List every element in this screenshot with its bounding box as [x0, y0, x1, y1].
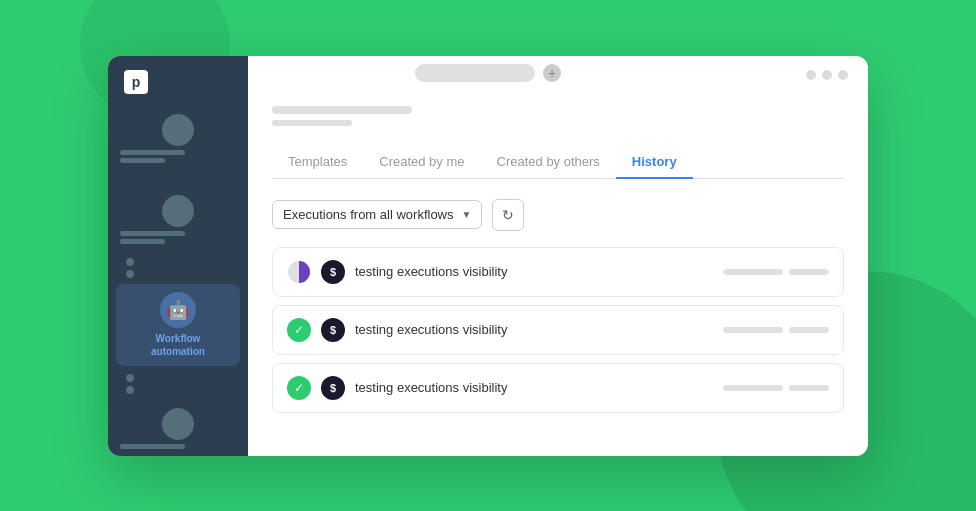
sidebar-logo: p	[124, 70, 148, 94]
sidebar-dots-row-4	[108, 384, 248, 396]
skeleton-title	[272, 106, 412, 114]
refresh-button[interactable]: ↻	[492, 199, 524, 231]
sidebar-avatar-3	[162, 408, 194, 440]
execution-name-2: testing executions visibility	[355, 322, 713, 337]
skeleton-subtitle	[272, 120, 352, 126]
filter-row: Executions from all workflows ▼ ↻	[272, 199, 844, 231]
sidebar-dots-row-2	[108, 268, 248, 280]
sidebar-nav-dot-1	[126, 258, 134, 266]
sidebar-dots-row	[108, 252, 248, 268]
dropdown-label: Executions from all workflows	[283, 207, 454, 222]
sidebar-item-label: Workflowautomation	[151, 332, 205, 358]
robot-icon: 🤖	[160, 292, 196, 328]
execution-list: $ testing executions visibility ✓ $ test…	[272, 247, 844, 413]
tab-pill	[415, 64, 535, 82]
dollar-icon-2: $	[321, 318, 345, 342]
sidebar: p 🤖 Workf	[108, 56, 248, 456]
sidebar-avatar-1	[162, 114, 194, 146]
refresh-icon: ↻	[502, 207, 514, 223]
sidebar-nav-dot-2	[126, 270, 134, 278]
meta-line-sm-2	[789, 327, 829, 333]
dollar-icon-1: $	[321, 260, 345, 284]
sidebar-section-1	[108, 106, 248, 171]
execution-name-1: testing executions visibility	[355, 264, 713, 279]
sidebar-dots-row-3	[108, 370, 248, 384]
dollar-icon-3: $	[321, 376, 345, 400]
sidebar-skeleton-line-4	[120, 239, 165, 244]
window-dot-3	[838, 70, 848, 80]
status-success-icon-1: ✓	[287, 318, 311, 342]
sidebar-section-2	[108, 187, 248, 252]
window-dot-2	[822, 70, 832, 80]
tab-history[interactable]: History	[616, 146, 693, 179]
status-success-icon-2: ✓	[287, 376, 311, 400]
window-controls	[806, 70, 848, 80]
dropdown-arrow-icon: ▼	[462, 209, 472, 220]
sidebar-section-3	[108, 400, 248, 456]
sidebar-skeleton-line-1	[120, 150, 185, 155]
execution-name-3: testing executions visibility	[355, 380, 713, 395]
app-window: + p	[108, 56, 868, 456]
sidebar-skeleton-line-3	[120, 231, 185, 236]
sidebar-skeleton-line-5	[120, 444, 185, 449]
tab-created-by-me[interactable]: Created by me	[363, 146, 480, 179]
sidebar-nav-dot-3	[126, 374, 134, 382]
sidebar-nav-dot-4	[126, 386, 134, 394]
meta-line-sm-3	[789, 385, 829, 391]
window-dot-1	[806, 70, 816, 80]
execution-item[interactable]: $ testing executions visibility	[272, 247, 844, 297]
execution-meta-3	[723, 385, 829, 391]
nav-tabs: Templates Created by me Created by other…	[272, 146, 844, 179]
meta-line-1	[723, 269, 783, 275]
workflow-filter-dropdown[interactable]: Executions from all workflows ▼	[272, 200, 482, 229]
sidebar-item-workflow-automation[interactable]: 🤖 Workflowautomation	[116, 284, 240, 366]
main-content: Templates Created by me Created by other…	[248, 56, 868, 456]
tab-templates[interactable]: Templates	[272, 146, 363, 179]
meta-line-3	[723, 385, 783, 391]
execution-meta-2	[723, 327, 829, 333]
sidebar-avatar-2	[162, 195, 194, 227]
tab-bar: +	[415, 64, 561, 82]
status-pending-icon	[287, 260, 311, 284]
execution-meta-1	[723, 269, 829, 275]
execution-item-3[interactable]: ✓ $ testing executions visibility	[272, 363, 844, 413]
meta-line-2	[723, 327, 783, 333]
new-tab-button[interactable]: +	[543, 64, 561, 82]
tab-created-by-others[interactable]: Created by others	[481, 146, 616, 179]
sidebar-skeleton-line-2	[120, 158, 165, 163]
execution-item-2[interactable]: ✓ $ testing executions visibility	[272, 305, 844, 355]
sidebar-active-section: 🤖 Workflowautomation	[108, 284, 248, 366]
meta-line-sm-1	[789, 269, 829, 275]
